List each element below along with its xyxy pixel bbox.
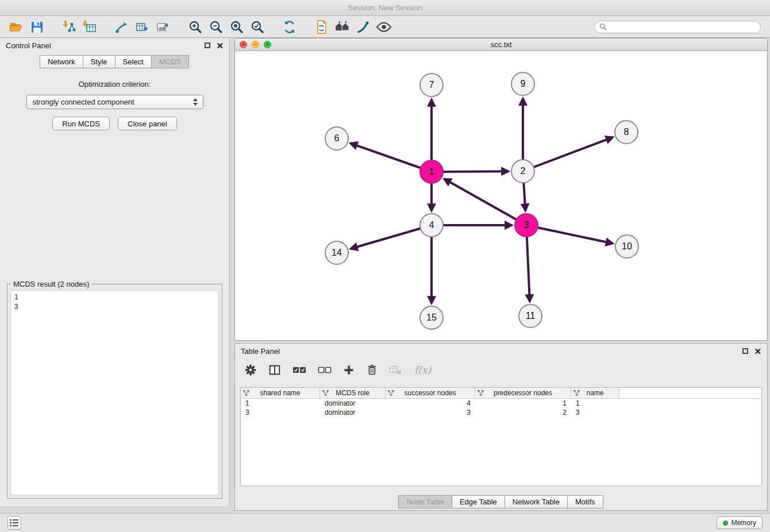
gear-icon — [244, 364, 257, 376]
column-header-predecessor-nodes[interactable]: predecessor nodes — [475, 388, 571, 398]
column-header-name[interactable]: name — [571, 388, 619, 398]
table-tab-edge-table[interactable]: Edge Table — [452, 495, 505, 508]
maximize-window-icon[interactable]: + — [264, 41, 271, 48]
zoom-fit-icon — [229, 20, 244, 34]
home-button[interactable] — [332, 18, 353, 36]
eye-icon — [376, 20, 392, 34]
export-network-button[interactable] — [111, 18, 132, 36]
import-table-button[interactable] — [79, 18, 100, 36]
graph-node-14[interactable]: 14 — [325, 241, 348, 264]
svg-text:14: 14 — [332, 248, 342, 257]
delete-table-icon — [389, 364, 403, 376]
close-window-icon[interactable]: × — [240, 41, 247, 48]
column-header-shared-name[interactable]: shared name — [241, 388, 320, 398]
control-tab-select[interactable]: Select — [115, 55, 152, 68]
run-mcds-button[interactable]: Run MCDS — [52, 117, 110, 130]
table-tab-motifs[interactable]: Motifs — [567, 495, 603, 508]
column-header-mcds-role[interactable]: MCDS role — [320, 388, 386, 398]
table-tab-node-table[interactable]: Node Table — [398, 495, 452, 508]
select-all-columns-button[interactable] — [292, 364, 306, 376]
graph-node-9[interactable]: 9 — [511, 72, 534, 95]
network-canvas[interactable]: 7968124314101511 — [235, 51, 767, 340]
table-panel: Table Panel ✕ f(x) shared nameMCDS rol — [234, 343, 768, 511]
function-builder-button[interactable]: f(x) — [414, 364, 431, 376]
table-header-row: shared nameMCDS rolesuccessor nodesprede… — [241, 388, 761, 399]
close-panel-button[interactable]: Close panel — [118, 117, 177, 130]
network-window-titlebar[interactable]: × − + scc.txt — [235, 38, 767, 51]
graph-node-15[interactable]: 15 — [420, 306, 443, 329]
show-columns-button[interactable] — [268, 364, 281, 376]
graph-node-6[interactable]: 6 — [325, 127, 348, 150]
delete-table-button[interactable] — [389, 364, 403, 376]
graph-node-4[interactable]: 4 — [420, 214, 443, 237]
mcds-result-line: 1 — [14, 292, 215, 302]
table-panel-header: Table Panel ✕ — [235, 344, 767, 358]
table-toolbar: f(x) — [235, 358, 767, 381]
zoom-out-button[interactable] — [206, 18, 226, 36]
home-icon — [334, 20, 351, 34]
search-input[interactable] — [610, 22, 756, 31]
zoom-selected-button[interactable] — [247, 18, 268, 36]
edge-4-14[interactable] — [351, 225, 432, 249]
cell-name: 3 — [571, 408, 619, 417]
column-sort-icon — [322, 390, 329, 396]
float-table-panel-icon[interactable] — [742, 348, 748, 354]
mcds-result-list[interactable]: 13 — [10, 290, 219, 495]
control-tab-network[interactable]: Network — [40, 55, 83, 68]
control-tab-mcds[interactable]: MCDS — [151, 55, 189, 68]
control-panel-title: Control Panel — [6, 41, 51, 50]
deselect-all-columns-button[interactable] — [318, 364, 332, 376]
graph-node-1[interactable]: 1 — [420, 160, 443, 183]
control-tab-style[interactable]: Style — [83, 55, 116, 68]
save-session-button[interactable] — [26, 18, 47, 36]
graph-node-8[interactable]: 8 — [615, 121, 638, 144]
select-arrows-icon — [191, 98, 199, 106]
memory-button[interactable]: Memory — [717, 516, 763, 529]
plus-icon — [343, 364, 355, 376]
column-header-successor-nodes[interactable]: successor nodes — [386, 388, 475, 398]
open-session-button[interactable] — [6, 18, 26, 36]
export-table-icon — [135, 20, 150, 34]
document-refresh-button[interactable] — [311, 18, 332, 36]
close-table-panel-icon[interactable]: ✕ — [754, 347, 761, 356]
criterion-select[interactable]: strongly connected component — [26, 95, 203, 109]
control-panel-header: Control Panel ✕ — [0, 38, 229, 53]
style-button[interactable] — [353, 18, 374, 36]
edge-1-6[interactable] — [351, 143, 432, 172]
panel-menu-button[interactable] — [7, 516, 21, 530]
search-box[interactable] — [594, 21, 761, 33]
zoom-in-icon — [188, 20, 203, 34]
graph-node-3[interactable]: 3 — [515, 214, 538, 237]
minimize-window-icon[interactable]: − — [252, 41, 259, 48]
import-table-icon — [82, 20, 97, 34]
import-network-button[interactable] — [59, 18, 79, 36]
graph-node-2[interactable]: 2 — [511, 160, 534, 183]
float-panel-icon[interactable] — [205, 43, 210, 48]
export-table-button[interactable] — [132, 18, 153, 36]
create-column-button[interactable] — [343, 364, 355, 376]
svg-text:8: 8 — [624, 127, 629, 137]
edge-3-10[interactable] — [526, 225, 613, 244]
delete-column-button[interactable] — [366, 364, 378, 376]
mcds-result-line: 3 — [14, 302, 215, 312]
table-settings-button[interactable] — [244, 364, 257, 376]
cell-shared-name: 3 — [241, 408, 320, 417]
network-graph[interactable]: 7968124314101511 — [235, 51, 767, 340]
zoom-fit-button[interactable] — [226, 18, 247, 36]
refresh-view-button[interactable] — [279, 18, 300, 36]
table-row[interactable]: 3dominator323 — [241, 408, 761, 417]
show-hide-button[interactable] — [374, 18, 394, 36]
edge-2-8[interactable] — [523, 137, 613, 171]
window-title: Session: New Session — [348, 3, 422, 12]
close-panel-icon[interactable]: ✕ — [216, 41, 224, 50]
mcds-result-title: MCDS result (2 nodes) — [11, 280, 91, 288]
cell-name: 1 — [571, 399, 619, 408]
export-image-button[interactable] — [153, 18, 174, 36]
table-tab-network-table[interactable]: Network Table — [505, 495, 568, 508]
edge-3-1[interactable] — [444, 179, 526, 225]
graph-node-11[interactable]: 11 — [519, 304, 542, 327]
graph-node-10[interactable]: 10 — [615, 235, 638, 258]
zoom-in-button[interactable] — [185, 18, 206, 36]
graph-node-7[interactable]: 7 — [420, 74, 443, 97]
table-row[interactable]: 1dominator411 — [241, 399, 761, 408]
